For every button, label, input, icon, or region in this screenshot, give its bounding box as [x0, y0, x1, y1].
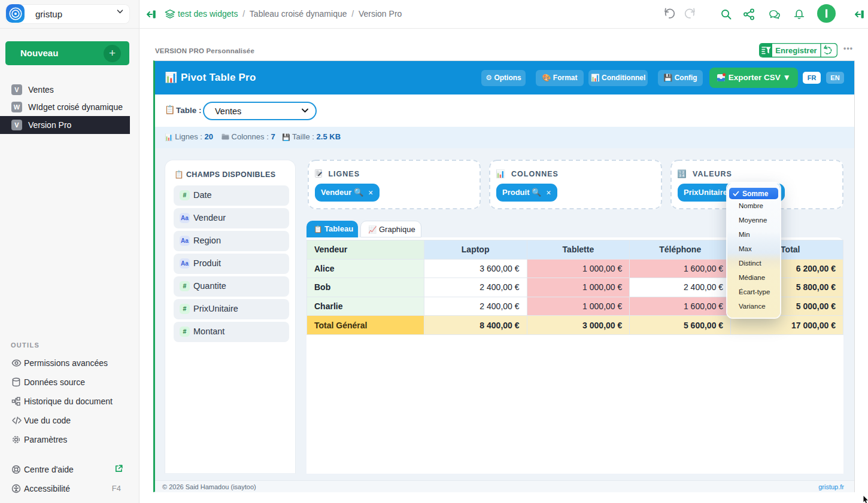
- svg-text:Enregistrer: Enregistrer: [775, 46, 817, 55]
